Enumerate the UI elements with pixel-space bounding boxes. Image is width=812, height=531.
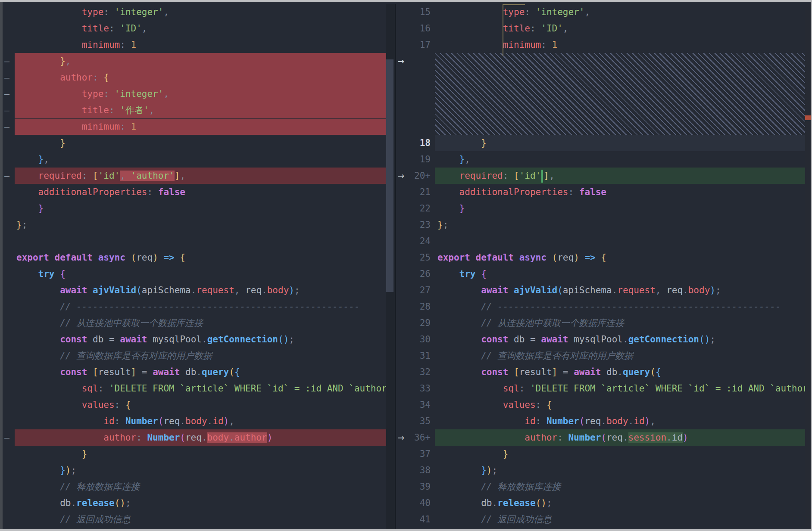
code-line-content[interactable]: values: { bbox=[15, 397, 386, 413]
code-line[interactable]: 25export default async (req) => { bbox=[396, 249, 811, 266]
code-line[interactable]: 27 await ajvValid(apiSchema.request, req… bbox=[396, 282, 811, 298]
code-line[interactable]: 32 const [result] = await db.query({ bbox=[396, 364, 811, 380]
code-line-content[interactable]: }); bbox=[15, 462, 386, 478]
code-line[interactable]: } bbox=[3, 135, 386, 151]
code-line-content[interactable]: export default async (req) => { bbox=[435, 249, 805, 266]
code-line-content[interactable]: const db = await mysqlPool.getConnection… bbox=[15, 331, 386, 348]
code-line[interactable]: 29 // 从连接池中获取一个数据库连接 bbox=[396, 315, 811, 331]
left-scrollbar-thumb[interactable] bbox=[386, 59, 394, 292]
code-line-content[interactable]: } bbox=[15, 135, 386, 151]
code-line-content[interactable]: } bbox=[15, 200, 386, 217]
code-line[interactable]: minimum: 1 bbox=[3, 37, 386, 53]
code-line-content[interactable]: title: '作者', bbox=[15, 102, 386, 118]
code-line-content[interactable]: const [result] = await db.query({ bbox=[435, 364, 805, 380]
code-line[interactable]: 35 id: Number(req.body.id), bbox=[396, 413, 811, 429]
code-line-content[interactable]: sql: 'DELETE FROM `article` WHERE `id` =… bbox=[15, 380, 386, 397]
code-line[interactable]: 15 type: 'integer', bbox=[396, 4, 811, 20]
code-line-content[interactable]: minimum: 1 bbox=[15, 37, 386, 53]
code-line-content[interactable]: minimum: 1 bbox=[15, 118, 386, 135]
code-line-content[interactable]: } bbox=[435, 135, 805, 151]
code-line[interactable]: try { bbox=[3, 266, 386, 282]
code-line[interactable]: 23}; bbox=[396, 217, 811, 233]
code-line-content[interactable]: } bbox=[435, 446, 805, 462]
code-line-content[interactable]: additionalProperties: false bbox=[15, 184, 386, 200]
code-line[interactable] bbox=[3, 233, 386, 249]
code-line-content[interactable]: }, bbox=[15, 53, 386, 69]
code-line[interactable]: 18 } bbox=[396, 135, 811, 151]
code-line[interactable]: } bbox=[3, 200, 386, 217]
code-line[interactable]: — minimum: 1 bbox=[3, 118, 386, 135]
code-line-content[interactable]: await ajvValid(apiSchema.request, req.bo… bbox=[435, 282, 805, 298]
code-line[interactable]: 22 } bbox=[396, 200, 811, 217]
code-line[interactable]: const db = await mysqlPool.getConnection… bbox=[3, 331, 386, 348]
code-line[interactable]: const [result] = await db.query({ bbox=[3, 364, 386, 380]
code-line[interactable]: 40 db.release(); bbox=[396, 495, 811, 511]
code-line[interactable]: type: 'integer', bbox=[3, 4, 386, 20]
code-line[interactable]: 30 const db = await mysqlPool.getConnect… bbox=[396, 331, 811, 348]
code-line[interactable]: — title: '作者', bbox=[3, 102, 386, 118]
code-line[interactable]: // 查询数据库是否有对应的用户数据 bbox=[3, 348, 386, 364]
code-line-content[interactable]: // 从连接池中获取一个数据库连接 bbox=[435, 315, 805, 331]
code-line-content[interactable]: } bbox=[435, 200, 805, 217]
code-line-content[interactable]: // -------------------------------------… bbox=[15, 298, 386, 315]
code-line-content[interactable]: id: Number(req.body.id), bbox=[435, 413, 805, 429]
code-line[interactable]: — author: { bbox=[3, 69, 386, 86]
code-line-content[interactable]: title: 'ID', bbox=[15, 20, 386, 37]
code-line-content[interactable]: id: Number(req.body.id), bbox=[15, 413, 386, 429]
code-line-content[interactable]: values: { bbox=[435, 397, 805, 413]
code-line-content[interactable]: // 返回成功信息 bbox=[435, 511, 805, 528]
code-line-content[interactable]: try { bbox=[435, 266, 805, 282]
code-line-content[interactable]: required: ['id'], bbox=[435, 168, 805, 184]
code-line-content[interactable]: const [result] = await db.query({ bbox=[15, 364, 386, 380]
code-line-content[interactable]: }, bbox=[15, 151, 386, 168]
code-line[interactable]: 28 // ----------------------------------… bbox=[396, 298, 811, 315]
code-line-content[interactable] bbox=[435, 233, 805, 249]
code-line-content[interactable]: const db = await mysqlPool.getConnection… bbox=[435, 331, 805, 348]
code-line[interactable]: await ajvValid(apiSchema.request, req.bo… bbox=[3, 282, 386, 298]
code-line-content[interactable]: // 释放数据库连接 bbox=[435, 478, 805, 495]
code-line[interactable]: }, bbox=[3, 151, 386, 168]
code-line[interactable]: 37 } bbox=[396, 446, 811, 462]
code-line[interactable]: id: Number(req.body.id), bbox=[3, 413, 386, 429]
code-line-content[interactable]: export default async (req) => { bbox=[15, 249, 386, 266]
code-line-content[interactable]: title: 'ID', bbox=[435, 20, 805, 37]
code-line[interactable]: 19 }, bbox=[396, 151, 811, 168]
code-line[interactable]: — required: ['id', 'author'], bbox=[3, 168, 386, 184]
code-line[interactable]: 39 // 释放数据库连接 bbox=[396, 478, 811, 495]
code-line[interactable]: export default async (req) => { bbox=[3, 249, 386, 266]
code-line-content[interactable]: } bbox=[15, 446, 386, 462]
code-line[interactable]: }); bbox=[3, 462, 386, 478]
code-line[interactable]: 31 // 查询数据库是否有对应的用户数据 bbox=[396, 348, 811, 364]
code-line-content[interactable]: try { bbox=[15, 266, 386, 282]
code-line[interactable]: 24 bbox=[396, 233, 811, 249]
code-line-content[interactable]: additionalProperties: false bbox=[435, 184, 805, 200]
code-line[interactable]: — author: Number(req.body.author) bbox=[3, 429, 386, 446]
code-line[interactable]: // 返回成功信息 bbox=[3, 511, 386, 528]
code-line[interactable]: }; bbox=[3, 217, 386, 233]
code-line-content[interactable]: author: Number(req.body.author) bbox=[15, 429, 386, 446]
code-line[interactable]: // -------------------------------------… bbox=[3, 298, 386, 315]
code-line-content[interactable]: }; bbox=[435, 217, 805, 233]
code-line-content[interactable]: }, bbox=[435, 151, 805, 168]
code-line[interactable]: 34 values: { bbox=[396, 397, 811, 413]
code-line[interactable]: →20+ required: ['id'], bbox=[396, 168, 811, 184]
code-line[interactable]: → bbox=[396, 53, 811, 135]
code-line[interactable]: // 释放数据库连接 bbox=[3, 478, 386, 495]
code-line[interactable]: — }, bbox=[3, 53, 386, 69]
code-line[interactable]: 38 }); bbox=[396, 462, 811, 478]
code-line[interactable]: additionalProperties: false bbox=[3, 184, 386, 200]
code-line[interactable]: // 从连接池中获取一个数据库连接 bbox=[3, 315, 386, 331]
code-line[interactable]: — type: 'integer', bbox=[3, 86, 386, 102]
code-line[interactable]: sql: 'DELETE FROM `article` WHERE `id` =… bbox=[3, 380, 386, 397]
code-line-content[interactable]: author: { bbox=[15, 69, 386, 86]
code-line[interactable]: 33 sql: 'DELETE FROM `article` WHERE `id… bbox=[396, 380, 811, 397]
code-line-content[interactable]: // 查询数据库是否有对应的用户数据 bbox=[15, 348, 386, 364]
code-line[interactable]: values: { bbox=[3, 397, 386, 413]
code-line-content[interactable]: type: 'integer', bbox=[15, 86, 386, 102]
code-line-content[interactable]: db.release(); bbox=[15, 495, 386, 511]
code-line-content[interactable]: db.release(); bbox=[435, 495, 805, 511]
code-line-content[interactable]: // 查询数据库是否有对应的用户数据 bbox=[435, 348, 805, 364]
code-line-content[interactable]: await ajvValid(apiSchema.request, req.bo… bbox=[15, 282, 386, 298]
code-line-content[interactable] bbox=[15, 233, 386, 249]
code-line-content[interactable]: type: 'integer', bbox=[15, 4, 386, 20]
